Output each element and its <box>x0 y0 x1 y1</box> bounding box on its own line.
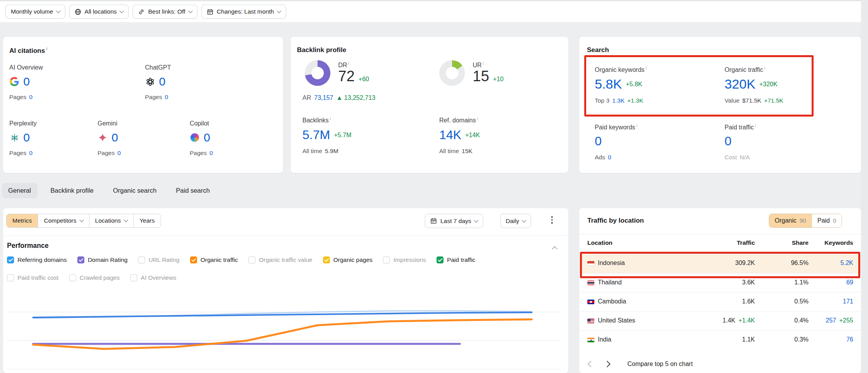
perplexity-pages-link[interactable]: 0 <box>29 150 33 157</box>
segment-metrics[interactable]: Metrics <box>7 214 38 227</box>
metric-checkbox-crawled-pages[interactable]: Crawled pages <box>69 274 120 281</box>
organic-count: 90 <box>800 217 806 224</box>
table-row-india[interactable]: India 1.1K 0.3% 76 <box>579 330 861 350</box>
segment-locations[interactable]: Locations <box>89 214 134 227</box>
monthly-volume-filter[interactable]: Monthly volume <box>5 5 65 19</box>
column-keywords: Keywords <box>812 239 853 246</box>
chevron-down-icon <box>522 218 526 222</box>
metric-checkbox-url-rating[interactable]: URL Rating <box>138 256 180 263</box>
granularity-button[interactable]: Daily <box>500 214 531 228</box>
metric-checkbox-ai-overviews[interactable]: AI Overviews <box>130 274 176 281</box>
metric-checkbox-impressions[interactable]: Impressions <box>383 256 426 263</box>
tab-organic-search[interactable]: Organic search <box>107 183 163 198</box>
segment-years[interactable]: Years <box>134 214 161 227</box>
keywords-link[interactable]: 69 <box>846 279 853 286</box>
chevron-down-icon <box>188 9 192 13</box>
chart-mode-segments: Metrics Competitors Locations Years <box>6 214 161 228</box>
cost-value: N/A <box>740 154 750 161</box>
ai-item-gemini: Gemini 0 Pages0 <box>98 120 121 157</box>
changes-label: Changes: Last month <box>217 8 274 15</box>
organic-traffic-delta: +320K <box>759 81 777 88</box>
best-links-filter[interactable]: Best links: Off <box>133 5 197 19</box>
ai-overview-value[interactable]: 0 <box>23 75 30 88</box>
tab-general[interactable]: General <box>2 183 37 198</box>
metric-checkbox-referring-domains[interactable]: Referring domains <box>7 256 67 263</box>
table-row-united-states[interactable]: United States 1.4K+1.4K 0.4% 257+255 <box>579 311 861 331</box>
dr-label: DR <box>338 62 347 68</box>
chatgpt-pages-link[interactable]: 0 <box>165 94 168 101</box>
ads-value-link[interactable]: 0 <box>608 154 611 161</box>
checkbox-icon <box>130 274 137 281</box>
keywords-link[interactable]: 171 <box>843 298 853 305</box>
chevron-down-icon <box>474 218 479 222</box>
tab-paid-search[interactable]: Paid search <box>170 183 216 198</box>
vertical-scrollbar[interactable] <box>861 0 868 373</box>
tab-backlink-profile[interactable]: Backlink profile <box>44 183 100 198</box>
toggle-organic[interactable]: Organic90 <box>769 214 812 227</box>
changes-filter[interactable]: Changes: Last month <box>201 5 286 19</box>
location-table-footer: Compare top 5 on chart <box>589 359 693 369</box>
metric-checkbox-paid-traffic-cost[interactable]: Paid traffic cost <box>7 274 59 281</box>
chatgpt-value[interactable]: 0 <box>159 75 166 88</box>
share-value: 0.5% <box>766 298 809 305</box>
backlinks-value[interactable]: 5.7M <box>302 128 330 142</box>
table-row-cambodia[interactable]: Cambodia 1.6K 0.5% 171 <box>579 292 861 312</box>
perplexity-icon <box>9 132 19 143</box>
previous-page-icon[interactable] <box>588 361 594 368</box>
info-icon[interactable]: i <box>330 116 331 121</box>
collapse-section-button[interactable] <box>553 246 557 253</box>
kebab-menu-icon[interactable] <box>548 216 556 226</box>
metric-checkbox-organic-traffic[interactable]: Organic traffic <box>190 256 238 263</box>
metric-checkbox-domain-rating[interactable]: Domain Rating <box>77 256 128 263</box>
backlinks-block: Backlinksi 5.7M+5.7M All time5.9M <box>302 116 351 155</box>
checkbox-icon <box>323 256 330 263</box>
paid-traffic-value[interactable]: 0 <box>725 134 732 148</box>
copilot-icon <box>190 132 200 143</box>
info-icon[interactable]: i <box>483 61 484 66</box>
india-flag-icon <box>587 338 594 342</box>
checkbox-icon <box>7 274 14 281</box>
keywords-link[interactable]: 257 <box>826 317 836 324</box>
report-tabs: General Backlink profile Organic search … <box>2 182 216 199</box>
ar-value-link[interactable]: 73,157 <box>314 94 333 101</box>
toggle-paid[interactable]: Paid0 <box>812 214 842 227</box>
info-icon[interactable]: i <box>348 61 349 66</box>
ref-domains-value[interactable]: 14K <box>439 128 461 142</box>
date-range-button[interactable]: Last 7 days <box>425 214 483 228</box>
copilot-pages-link[interactable]: 0 <box>210 150 213 157</box>
top3-value-link[interactable]: 1.3K <box>612 97 625 104</box>
info-icon[interactable]: i <box>477 116 478 121</box>
checkbox-icon <box>7 256 14 263</box>
gemini-pages-link[interactable]: 0 <box>117 150 121 157</box>
gemini-value[interactable]: 0 <box>112 131 118 144</box>
organic-traffic-value[interactable]: 320K <box>725 77 755 92</box>
location-table-header: Location Traffic Share Keywords <box>579 239 861 248</box>
info-icon[interactable]: i <box>646 66 646 70</box>
paid-keywords-value[interactable]: 0 <box>595 134 602 148</box>
locations-filter[interactable]: All locations <box>69 5 129 19</box>
info-icon[interactable]: i <box>755 123 756 128</box>
segment-competitors[interactable]: Competitors <box>38 214 89 227</box>
ai-item-chatgpt: ChatGPT 0 Pages0 <box>145 64 171 101</box>
next-page-icon[interactable] <box>604 361 611 368</box>
location-name: United States <box>598 317 635 324</box>
organic-keywords-value[interactable]: 5.8K <box>595 77 622 92</box>
metric-checkbox-organic-pages[interactable]: Organic pages <box>323 256 373 263</box>
google-icon <box>9 77 19 87</box>
ur-delta: +10 <box>493 76 503 83</box>
metric-checkbox-paid-traffic[interactable]: Paid traffic <box>437 256 475 263</box>
info-icon[interactable]: i <box>46 46 47 51</box>
ai-overview-pages-link[interactable]: 0 <box>29 94 33 101</box>
perplexity-value[interactable]: 0 <box>23 131 30 144</box>
compare-top5-button[interactable]: Compare top 5 on chart <box>627 361 693 368</box>
search-title: Search <box>587 46 609 54</box>
united-states-flag-icon <box>587 319 594 323</box>
metric-checkbox-organic-traffic-value[interactable]: Organic traffic value <box>248 256 313 263</box>
keywords-link[interactable]: 76 <box>846 336 853 343</box>
copilot-value[interactable]: 0 <box>204 131 210 144</box>
info-icon[interactable]: i <box>764 66 765 70</box>
info-icon[interactable]: i <box>636 123 637 128</box>
table-row-thailand[interactable]: Thailand 3.6K 1.1% 69 <box>579 273 861 293</box>
table-row-indonesia[interactable]: Indonesia 309.2K 96.5% 5.2K <box>579 254 861 273</box>
keywords-link[interactable]: 5.2K <box>840 260 853 267</box>
